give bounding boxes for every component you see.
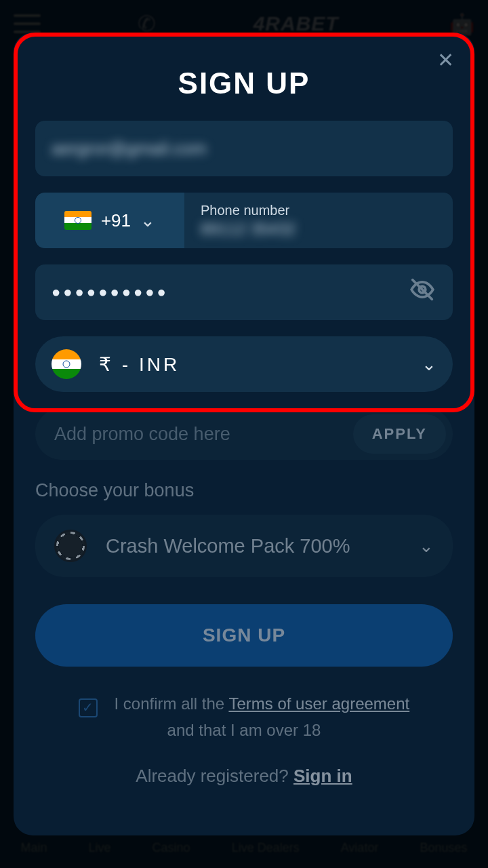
password-dots: ●●●●●●●●●● xyxy=(52,283,169,301)
email-field[interactable]: aergror@gmail.com xyxy=(35,121,453,176)
signup-modal: ✕ SIGN UP aergror@gmail.com +91 ⌄ Phone … xyxy=(14,33,474,835)
bonus-select[interactable]: Crash Welcome Pack 700% ⌄ xyxy=(35,515,453,577)
phone-field[interactable]: +91 ⌄ Phone number 89112 35432 xyxy=(35,193,453,248)
password-field[interactable]: ●●●●●●●●●● xyxy=(35,264,453,320)
chevron-down-icon: ⌄ xyxy=(140,210,155,231)
agreement-checkbox[interactable]: ✓ xyxy=(79,698,98,717)
signin-link[interactable]: Sign in xyxy=(293,766,352,786)
terms-link[interactable]: Terms of user agreement xyxy=(228,694,409,713)
eye-off-icon[interactable] xyxy=(409,277,435,309)
currency-select[interactable]: ₹ - INR ⌄ xyxy=(35,336,453,392)
already-registered-row: Already registered? Sign in xyxy=(35,766,453,787)
india-flag-circle-icon xyxy=(52,349,81,379)
choose-bonus-label: Choose your bonus xyxy=(35,480,453,501)
chevron-down-icon: ⌄ xyxy=(419,536,434,557)
bonus-text: Crash Welcome Pack 700% xyxy=(106,535,400,557)
signup-button[interactable]: SIGN UP xyxy=(35,604,453,667)
currency-value: ₹ - INR xyxy=(99,353,180,376)
promo-placeholder: Add promo code here xyxy=(54,424,353,445)
india-flag-icon xyxy=(64,211,92,230)
chevron-down-icon: ⌄ xyxy=(422,354,436,375)
country-code-select[interactable]: +91 ⌄ xyxy=(35,193,184,248)
chip-icon xyxy=(54,530,87,562)
close-icon[interactable]: ✕ xyxy=(437,50,454,71)
apply-button[interactable]: APPLY xyxy=(353,414,446,454)
agreement-text: ✓ I confirm all the Terms of user agreem… xyxy=(35,691,453,743)
email-value: aergror@gmail.com xyxy=(52,138,207,159)
modal-title: SIGN UP xyxy=(35,66,453,100)
promo-code-row[interactable]: Add promo code here APPLY xyxy=(35,408,453,460)
phone-value: 89112 35432 xyxy=(201,220,436,239)
country-code-value: +91 xyxy=(101,210,131,231)
phone-label: Phone number xyxy=(201,203,436,218)
